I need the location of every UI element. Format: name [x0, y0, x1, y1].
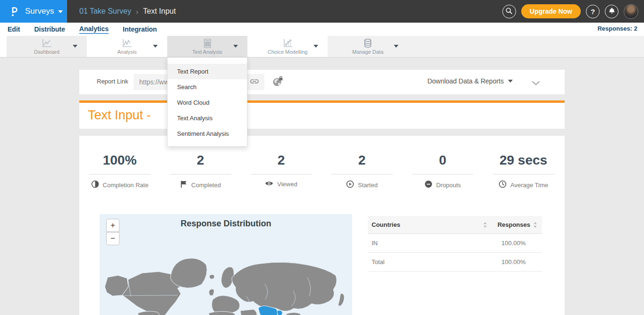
eye-icon: [265, 180, 273, 188]
caret-down-icon: [58, 10, 63, 13]
link-icon[interactable]: [249, 77, 260, 87]
search-button[interactable]: [502, 5, 516, 18]
collapse-chevron-icon[interactable]: [532, 79, 540, 88]
sort-icon[interactable]: [483, 222, 487, 228]
analytics-toolbar: Dashboard Analysis Text Analysis: [0, 36, 644, 58]
divider: [170, 174, 231, 174]
caret-down-icon[interactable]: [73, 45, 77, 48]
caret-down-icon[interactable]: [233, 45, 238, 48]
divider: [89, 174, 151, 174]
search-icon: [505, 7, 513, 16]
country-cell: Total: [372, 258, 501, 265]
breadcrumb-separator: ›: [136, 8, 138, 16]
user-avatar[interactable]: [624, 4, 638, 19]
download-data-reports-dropdown[interactable]: Download Data & Reports: [427, 77, 513, 85]
stat-started: 2 Started: [322, 153, 402, 190]
report-link-bar: Report Link https://ww Download Data & R…: [79, 70, 565, 94]
stat-label-text: Average Time: [510, 182, 548, 189]
nav-item-integration[interactable]: Integration: [123, 25, 157, 33]
minus-circle-icon: [424, 180, 432, 190]
tab-analysis[interactable]: Analysis: [87, 36, 167, 57]
countries-column-header[interactable]: Countries: [372, 221, 400, 228]
stat-label-text: Dropouts: [436, 182, 461, 189]
caret-down-icon: [508, 80, 513, 83]
questionpro-logo-icon: [8, 5, 21, 17]
tab-manage-data[interactable]: Manage Data: [328, 36, 408, 57]
globe-lock-icon[interactable]: [272, 76, 284, 89]
table-row: Total 100.00%: [368, 253, 542, 272]
bell-icon: [608, 7, 616, 16]
menu-item-text-report[interactable]: Text Report: [168, 64, 247, 79]
stat-dropouts: 0 Dropouts: [402, 153, 483, 190]
response-distribution-map[interactable]: Response Distribution + −: [100, 214, 352, 315]
responses-cell: 100.00%: [501, 258, 525, 265]
survey-stats-row: 100% Completion Rate 2: [79, 153, 565, 190]
tab-text-analysis[interactable]: Text Analysis: [167, 36, 247, 57]
divider: [331, 174, 393, 174]
caret-down-icon[interactable]: [314, 45, 318, 48]
question-title-band: Text Input -: [79, 103, 565, 129]
report-document-icon: [202, 38, 213, 48]
flag-icon: [180, 180, 187, 190]
survey-nav: Edit Distribute Analytics Integration Re…: [0, 23, 644, 36]
page-title: Text Input -: [88, 108, 151, 123]
top-header: Surveys 01 Take Survey › Text Input Upgr…: [0, 0, 644, 23]
header-actions: Upgrade Now ?: [502, 0, 638, 23]
tab-label: Dashboard: [34, 49, 59, 55]
world-map-canvas[interactable]: [100, 249, 352, 315]
breadcrumb: 01 Take Survey › Text Input: [79, 0, 176, 23]
stat-label-text: Completion Rate: [103, 182, 149, 189]
divider: [412, 174, 474, 174]
nav-item-edit[interactable]: Edit: [8, 25, 20, 33]
line-chart-icon: [41, 38, 52, 48]
breadcrumb-current-page: Text Input: [143, 7, 176, 16]
tab-choice-modelling[interactable]: Choice Modelling: [247, 36, 328, 57]
divider: [251, 174, 312, 174]
breadcrumb-survey-title[interactable]: 01 Take Survey: [79, 7, 131, 16]
map-title: Response Distribution: [100, 219, 352, 229]
stat-value: 0: [439, 153, 447, 168]
clock-icon: [499, 180, 507, 190]
product-name: Surveys: [25, 7, 54, 16]
report-url-value[interactable]: https://ww: [139, 78, 169, 86]
nav-item-analytics[interactable]: Analytics: [79, 25, 109, 34]
stat-label-text: Started: [358, 182, 378, 189]
countries-table-header: Countries Responses: [368, 216, 542, 234]
play-circle-icon: [346, 180, 354, 190]
stat-value: 2: [197, 153, 204, 168]
question-mark-icon: ?: [591, 8, 595, 16]
caret-down-icon[interactable]: [153, 45, 158, 48]
tab-label: Analysis: [118, 49, 137, 55]
app-logo[interactable]: Surveys: [0, 0, 67, 23]
upgrade-now-button[interactable]: Upgrade Now: [521, 4, 581, 18]
menu-item-word-cloud[interactable]: Word Cloud: [168, 95, 247, 110]
stat-value: 2: [358, 153, 366, 168]
country-cell: IN: [372, 240, 501, 247]
menu-item-search[interactable]: Search: [168, 79, 247, 95]
stat-value: 29 secs: [500, 153, 547, 168]
stat-completed: 2 Completed: [160, 153, 241, 190]
menu-item-sentiment-analysis[interactable]: Sentiment Analysis: [168, 126, 247, 141]
responses-column-header[interactable]: Responses: [498, 221, 530, 228]
tab-label: Text Analysis: [192, 49, 222, 55]
report-link-label: Report Link: [97, 78, 128, 85]
stat-viewed: 2 Viewed: [241, 153, 322, 190]
stat-completion-rate: 100% Completion Rate: [79, 153, 160, 190]
sort-icon[interactable]: [533, 222, 537, 228]
nav-item-distribute[interactable]: Distribute: [34, 25, 65, 33]
toolbar-left-cap: [0, 36, 7, 57]
caret-down-icon[interactable]: [394, 45, 398, 48]
stat-label-text: Completed: [191, 182, 221, 189]
map-zoom-in-button[interactable]: +: [106, 219, 119, 232]
stat-label-text: Viewed: [277, 181, 297, 188]
map-zoom-out-button[interactable]: −: [106, 232, 119, 245]
responses-cell: 100.00%: [501, 240, 525, 247]
help-button[interactable]: ?: [586, 5, 600, 18]
tab-label: Choice Modelling: [268, 49, 307, 55]
menu-item-text-analysis[interactable]: Text Analysis: [168, 110, 247, 126]
database-icon: [362, 38, 373, 48]
stat-average-time: 29 secs Average Time: [483, 153, 564, 190]
tab-label: Manage Data: [352, 49, 383, 55]
tab-dashboard[interactable]: Dashboard: [7, 36, 87, 57]
notifications-button[interactable]: [605, 5, 619, 18]
